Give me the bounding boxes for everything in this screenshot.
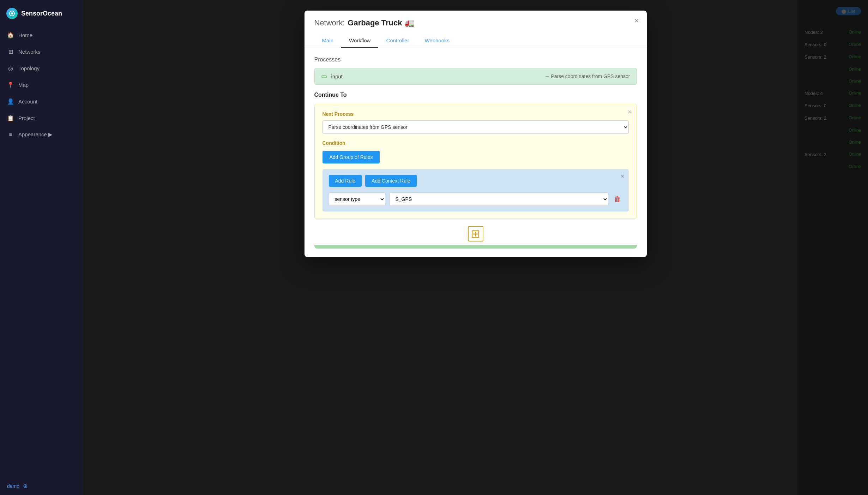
process-row-right: → Parse coordinates from GPS sensor <box>545 73 630 79</box>
map-icon: 📍 <box>7 82 14 88</box>
rule-type-select[interactable]: sensor type <box>329 192 385 206</box>
modal-title-name: Garbage Truck <box>348 18 402 28</box>
modal-title: Network: Garbage Truck 🚛 <box>314 18 637 28</box>
modal-close-button[interactable]: × <box>634 17 639 25</box>
condition-label: Condition <box>323 140 629 146</box>
sidebar-item-label: Home <box>18 32 32 38</box>
sidebar-item-home[interactable]: 🏠 Home <box>0 27 83 43</box>
svg-point-1 <box>11 12 13 14</box>
modal-header: Network: Garbage Truck 🚛 × Main Workflow… <box>305 11 647 48</box>
sidebar-item-map[interactable]: 📍 Map <box>0 77 83 93</box>
rules-group: × Add Rule Add Context Rule sensor type … <box>323 169 629 211</box>
rule-row: sensor type S_GPS 🗑 <box>329 192 622 206</box>
process-icon: ▭ <box>321 72 327 80</box>
sidebar-item-label: Project <box>18 115 35 121</box>
topology-icon: ◎ <box>7 65 14 72</box>
process-name: input <box>331 73 343 79</box>
sidebar-item-label: Appearence ▶ <box>18 131 53 138</box>
rule-delete-button[interactable]: 🗑 <box>613 194 622 205</box>
sidebar-item-appearance[interactable]: ≡ Appearence ▶ <box>0 126 83 143</box>
rules-actions: Add Rule Add Context Rule <box>329 175 622 187</box>
next-process-box: × Next Process Parse coordinates from GP… <box>314 104 637 219</box>
account-icon: 👤 <box>7 98 14 105</box>
rule-value-select[interactable]: S_GPS <box>390 192 608 206</box>
add-more-icon: ⊞ <box>471 227 480 240</box>
tab-controller[interactable]: Controller <box>378 34 417 48</box>
home-icon: 🏠 <box>7 32 14 38</box>
next-process-label: Next Process <box>323 111 629 117</box>
continue-to-title: Continue To <box>314 92 637 98</box>
tab-webhooks[interactable]: Webhooks <box>417 34 457 48</box>
processes-title: Processes <box>314 56 637 63</box>
sidebar-item-project[interactable]: 📋 Project <box>0 110 83 126</box>
sidebar-item-label: Networks <box>18 49 41 55</box>
modal-overlay: Network: Garbage Truck 🚛 × Main Workflow… <box>83 0 868 495</box>
sidebar-logo: SensorOcean <box>0 0 83 27</box>
add-group-button[interactable]: Add Group of Rules <box>323 151 380 163</box>
rules-group-close-button[interactable]: × <box>621 173 625 180</box>
modal-title-label: Network: <box>314 18 345 28</box>
project-icon: 📋 <box>7 115 14 121</box>
process-row-left: ▭ input <box>321 72 343 80</box>
tab-main[interactable]: Main <box>314 34 342 48</box>
bottom-green-bar <box>314 245 637 249</box>
tab-workflow[interactable]: Workflow <box>341 34 378 48</box>
sidebar-item-networks[interactable]: ⊞ Networks <box>0 43 83 60</box>
sidebar-item-label: Topology <box>18 65 40 71</box>
sidebar-demo[interactable]: demo ⊕ <box>0 477 83 495</box>
appearance-icon: ≡ <box>7 131 14 138</box>
networks-icon: ⊞ <box>7 48 14 55</box>
app-name: SensorOcean <box>21 10 62 17</box>
modal-tabs: Main Workflow Controller Webhooks <box>314 34 637 48</box>
add-more-button[interactable]: ⊞ <box>468 226 483 241</box>
logo-icon <box>6 8 18 19</box>
add-more-container: ⊞ <box>314 226 637 241</box>
modal: Network: Garbage Truck 🚛 × Main Workflow… <box>305 11 647 257</box>
next-process-close-button[interactable]: × <box>628 108 632 116</box>
sidebar-item-topology[interactable]: ◎ Topology <box>0 60 83 77</box>
demo-icon: ⊕ <box>23 483 28 489</box>
main-content: ⬤ List Nodes: 2 Online Sensors: 0 Online… <box>83 0 868 495</box>
sidebar: SensorOcean 🏠 Home ⊞ Networks ◎ Topology… <box>0 0 83 495</box>
sidebar-item-label: Account <box>18 99 37 105</box>
sidebar-item-label: Map <box>18 82 29 88</box>
modal-title-emoji: 🚛 <box>405 18 414 28</box>
sidebar-item-account[interactable]: 👤 Account <box>0 93 83 110</box>
demo-label: demo <box>7 483 19 489</box>
modal-body: Processes ▭ input → Parse coordinates fr… <box>305 48 647 257</box>
process-row: ▭ input → Parse coordinates from GPS sen… <box>314 68 637 85</box>
next-process-select[interactable]: Parse coordinates from GPS sensor <box>323 120 629 134</box>
add-rule-button[interactable]: Add Rule <box>329 175 362 187</box>
add-context-rule-button[interactable]: Add Context Rule <box>365 175 417 187</box>
